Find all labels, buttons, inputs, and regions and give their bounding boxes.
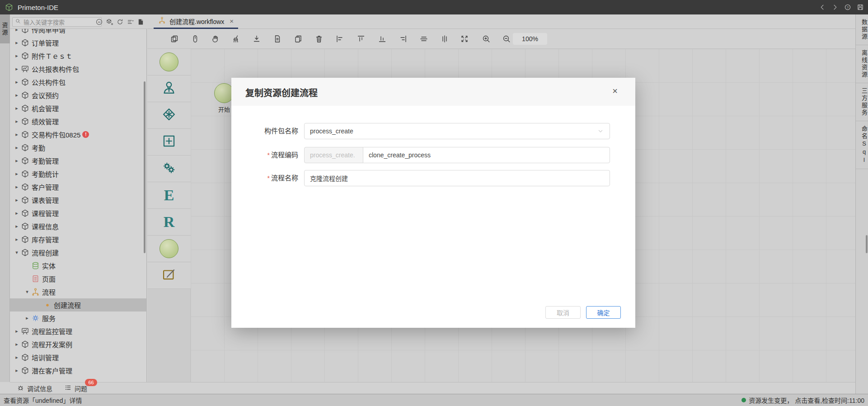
search-input[interactable]: 输入关键字搜索 — [12, 17, 102, 27]
tree-item-5[interactable]: ▸公共构件包 — [10, 76, 147, 89]
start-node-item[interactable] — [147, 49, 191, 76]
tree-item-4[interactable]: ▸公共报表构件包 — [10, 62, 147, 76]
collapsed-arrow-icon[interactable]: ▸ — [14, 132, 19, 137]
tree-item-15[interactable]: ▸课程管理 — [10, 207, 147, 220]
right-tab-1[interactable]: 数据源 — [856, 14, 868, 45]
right-tab-4[interactable]: 命名Sql — [856, 121, 868, 169]
tree-item-27[interactable]: ▸潜在客户管理 — [10, 364, 147, 377]
collapsed-arrow-icon[interactable]: ▸ — [14, 53, 19, 59]
docs-icon[interactable] — [136, 18, 145, 26]
tree-item-26[interactable]: ▸培训管理 — [10, 351, 147, 364]
nav-back-icon[interactable] — [818, 3, 826, 11]
copy-node-icon[interactable] — [170, 34, 179, 43]
note-edit-item[interactable] — [147, 262, 191, 289]
collapsed-arrow-icon[interactable]: ▸ — [14, 368, 19, 373]
collapsed-arrow-icon[interactable]: ▸ — [14, 145, 19, 151]
collapsed-arrow-icon[interactable]: ▸ — [14, 171, 19, 177]
collapsed-arrow-icon[interactable]: ▸ — [14, 158, 19, 164]
clean-canvas-icon[interactable] — [231, 34, 240, 43]
tree-item-24[interactable]: ▸流程监控管理 — [10, 325, 147, 338]
process-code-input[interactable]: clone_create_process — [363, 147, 610, 163]
align-left-icon[interactable] — [335, 34, 344, 43]
zoom-level-display[interactable]: 100% — [513, 33, 547, 45]
tree-item-16[interactable]: ▸课程信息 — [10, 220, 147, 233]
collapsed-arrow-icon[interactable]: ▸ — [14, 197, 19, 203]
bottom-tab-1[interactable]: 调试信息 — [17, 384, 52, 393]
align-right-icon[interactable] — [399, 34, 408, 43]
tree-item-3[interactable]: ▸附件Ｔｅｓｔ — [10, 49, 147, 62]
tree-item-11[interactable]: ▸考勤管理 — [10, 154, 147, 167]
right-tab-3[interactable]: 三方服务 — [856, 83, 868, 121]
sort-filter-icon[interactable] — [126, 18, 135, 26]
collapsed-arrow-icon[interactable]: ▸ — [14, 29, 19, 33]
tree-item-1[interactable]: ▸传阅单申请 — [10, 29, 147, 36]
refresh-icon[interactable] — [116, 18, 124, 26]
tree-scrollbar[interactable] — [144, 81, 145, 253]
status-left-text[interactable]: 查看资源「undefined」详情 — [4, 396, 82, 405]
subprocess-item[interactable] — [147, 129, 191, 156]
status-right[interactable]: 资源发生变更， 点击查看,检查时间:11:00 — [741, 396, 864, 405]
tree-item-10[interactable]: ▸考勤 — [10, 141, 147, 154]
letter-r-item[interactable]: R — [147, 209, 191, 236]
collapsed-arrow-icon[interactable]: ▸ — [24, 315, 30, 321]
process-name-input[interactable]: 克隆流程创建 — [304, 170, 610, 186]
fit-screen-icon[interactable] — [460, 34, 469, 43]
service-task-item[interactable] — [147, 156, 191, 182]
zoom-in-icon[interactable] — [482, 34, 491, 43]
center-horizontal-icon[interactable] — [419, 34, 428, 43]
collapsed-arrow-icon[interactable]: ▸ — [14, 66, 19, 72]
new-component-icon[interactable] — [105, 18, 114, 26]
tree-item-23[interactable]: ▸服务 — [10, 312, 147, 325]
activity-tab-resources[interactable]: 资源 — [0, 14, 10, 43]
cancel-button[interactable]: 取消 — [545, 306, 581, 319]
tree-item-21[interactable]: ▾流程 — [10, 285, 147, 298]
collapsed-arrow-icon[interactable]: ▸ — [14, 118, 19, 124]
collapsed-arrow-icon[interactable]: ▸ — [14, 40, 19, 46]
ok-button[interactable]: 确定 — [586, 306, 621, 319]
canvas-scrollbar[interactable] — [866, 235, 868, 253]
letter-e-item[interactable]: E — [147, 182, 191, 209]
tree-item-7[interactable]: ▸机会管理 — [10, 102, 147, 115]
tree-item-12[interactable]: ▸考勤统计 — [10, 167, 147, 180]
copy-document-icon[interactable] — [294, 34, 303, 43]
dialog-close-icon[interactable]: × — [609, 85, 621, 97]
align-bottom-icon[interactable] — [378, 34, 387, 43]
delete-icon[interactable] — [314, 34, 324, 43]
tree-item-6[interactable]: ▸会议预约 — [10, 89, 147, 102]
import-download-icon[interactable] — [252, 34, 261, 43]
tree-item-14[interactable]: ▸课表管理 — [10, 194, 147, 207]
end-node-item[interactable] — [147, 236, 191, 262]
help-icon[interactable]: ? — [844, 3, 852, 11]
tree-item-13[interactable]: ▸客户管理 — [10, 180, 147, 194]
tree-item-22[interactable]: 创建流程 — [10, 298, 147, 312]
collapsed-arrow-icon[interactable]: ▸ — [14, 328, 19, 334]
gateway-item[interactable] — [147, 102, 191, 129]
tree-item-18[interactable]: ▾流程创建 — [10, 246, 147, 259]
bottom-tab-2[interactable]: 问题66 — [64, 384, 87, 393]
package-name-select[interactable]: process_create — [304, 123, 610, 139]
collapsed-arrow-icon[interactable]: ▸ — [14, 341, 19, 347]
collapsed-arrow-icon[interactable]: ▸ — [14, 184, 19, 190]
collapsed-arrow-icon[interactable]: ▸ — [14, 354, 19, 360]
tab-create-process[interactable]: 创建流程.workflowx × — [154, 14, 238, 29]
tree-item-19[interactable]: 实体 — [10, 259, 147, 272]
right-tab-2[interactable]: 离线资源 — [856, 45, 868, 83]
collapsed-arrow-icon[interactable]: ▸ — [14, 105, 19, 111]
center-vertical-icon[interactable] — [440, 34, 449, 43]
collapsed-arrow-icon[interactable]: ▸ — [14, 236, 19, 242]
tab-close-icon[interactable]: × — [230, 17, 234, 25]
pointer-select-icon[interactable] — [191, 34, 200, 43]
user-task-item[interactable] — [147, 76, 191, 102]
collapsed-arrow-icon[interactable]: ▸ — [14, 210, 19, 216]
save-layout-icon[interactable] — [856, 3, 864, 11]
tree-item-8[interactable]: ▸绩效管理 — [10, 115, 147, 128]
document-icon[interactable] — [273, 34, 282, 43]
tree-item-17[interactable]: ▸库存管理 — [10, 233, 147, 246]
align-top-icon[interactable] — [357, 34, 366, 43]
ai-assistant-icon[interactable]: AI — [95, 18, 103, 26]
collapsed-arrow-icon[interactable]: ▸ — [14, 79, 19, 85]
tree-item-9[interactable]: ▸交易构件包0825! — [10, 128, 147, 141]
tree-item-2[interactable]: ▸订单管理 — [10, 36, 147, 49]
collapsed-arrow-icon[interactable]: ▸ — [14, 92, 19, 98]
zoom-out-icon[interactable] — [502, 34, 511, 43]
